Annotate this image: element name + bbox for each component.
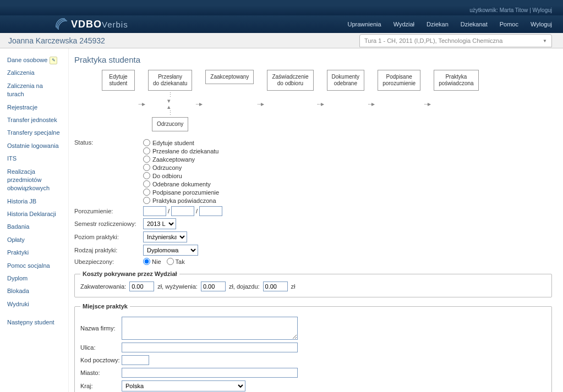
firma-label: Nazwa firmy: bbox=[80, 325, 122, 332]
wyzywienia-input[interactable] bbox=[201, 281, 226, 291]
status-radio-0[interactable] bbox=[143, 139, 150, 146]
dojazdu-input[interactable] bbox=[263, 281, 288, 291]
sidebar-zaliczenia[interactable]: Zaliczenia bbox=[3, 67, 65, 79]
main-nav: Uprawnienia Wydział Dziekan Dziekanat Po… bbox=[347, 21, 552, 27]
user-bar: użytkownik: Marta Titow | Wyloguj bbox=[0, 5, 563, 15]
miejsce-legend: Miejsce praktyk bbox=[80, 303, 130, 310]
sidebar-historia-jb[interactable]: Historia JB bbox=[3, 195, 65, 208]
flow-box-odrzucony: Odrzucony bbox=[152, 117, 188, 131]
nav-dziekan[interactable]: Dziekan bbox=[427, 21, 449, 27]
sidebar-praktyki[interactable]: Praktyki bbox=[3, 246, 65, 259]
nav-uprawnienia[interactable]: Uprawnienia bbox=[347, 21, 381, 27]
tour-selector[interactable]: Tura 1 - CH, 2011 (I,D,PL), Technologia … bbox=[359, 34, 552, 47]
miejsce-fieldset: Miejsce praktyk Nazwa firmy: Ulica: Kod … bbox=[74, 303, 552, 392]
flow-box-edytuje: Edytuje student bbox=[102, 70, 135, 91]
status-radio-7[interactable] bbox=[143, 197, 150, 204]
kraj-label: Kraj: bbox=[80, 383, 122, 389]
miasto-label: Miasto: bbox=[80, 369, 122, 376]
wyzywienia-label: zł, wyżywienia: bbox=[157, 283, 198, 290]
nav-pomoc[interactable]: Pomoc bbox=[500, 21, 518, 27]
status-label: Status: bbox=[74, 139, 143, 146]
zakwaterowania-label: Zakwaterowania: bbox=[80, 283, 126, 290]
zl-suffix: zł bbox=[291, 283, 296, 290]
status-radio-2[interactable] bbox=[143, 156, 150, 163]
flow-box-przeslany: Przesłany do dziekanatu bbox=[148, 70, 192, 91]
porozumienie-field-1[interactable] bbox=[143, 206, 166, 216]
status-radio-4[interactable] bbox=[143, 172, 150, 179]
dojazdu-label: zł, dojazdu: bbox=[229, 283, 260, 290]
logo-icon bbox=[55, 18, 68, 31]
flow-box-zaakceptowany: Zaakceptowany bbox=[205, 70, 254, 84]
sidebar-zaliczenia-turach[interactable]: Zaliczenia na turach bbox=[3, 80, 65, 101]
status-radio-group: Edytuje student Przesłane do dziekanatu … bbox=[143, 139, 219, 204]
sidebar-ostatnie-logowania[interactable]: Ostatnie logowania bbox=[3, 140, 65, 152]
porozumienie-label: Porozumienie: bbox=[74, 208, 143, 214]
status-radio-3[interactable] bbox=[143, 164, 150, 171]
miasto-input[interactable] bbox=[122, 368, 298, 378]
flow-box-zaswiadczenie: Zaświadczenie do odbioru bbox=[267, 70, 313, 91]
sidebar-oplaty[interactable]: Opłaty bbox=[3, 234, 65, 246]
nav-wyloguj[interactable]: Wyloguj bbox=[531, 21, 552, 27]
sidebar-blokada[interactable]: Blokada bbox=[3, 285, 65, 297]
ulica-input[interactable] bbox=[122, 343, 298, 352]
sidebar-nastepny-student[interactable]: Następny student bbox=[3, 316, 65, 329]
firma-textarea[interactable] bbox=[122, 317, 298, 340]
kod-label: Kod pocztowy: bbox=[80, 357, 122, 363]
edit-icon: ✎ bbox=[50, 57, 57, 64]
semestr-select[interactable]: 2013 L bbox=[143, 218, 176, 229]
ubezp-tak-radio[interactable] bbox=[167, 258, 174, 265]
sidebar-wydruki[interactable]: Wydruki bbox=[3, 298, 65, 311]
chevron-down-icon: ▼ bbox=[543, 38, 547, 43]
flow-box-praktyka: Praktyka poświadczona bbox=[434, 70, 478, 91]
sidebar: Dane osobowe✎ Zaliczenia Zaliczenia na t… bbox=[0, 48, 69, 392]
sidebar-its[interactable]: ITS bbox=[3, 152, 65, 165]
semestr-label: Semestr rozliczeniowy: bbox=[74, 220, 143, 227]
student-name: Joanna Karczewska 245932 bbox=[8, 36, 105, 45]
ubezp-nie-radio[interactable] bbox=[143, 258, 150, 265]
logout-top[interactable]: Wyloguj bbox=[533, 7, 552, 13]
porozumienie-field-2[interactable] bbox=[171, 206, 194, 216]
sidebar-dyplom[interactable]: Dyplom bbox=[3, 272, 65, 285]
koszty-fieldset: Koszty pokrywane przez Wydział Zakwatero… bbox=[74, 270, 552, 297]
rodzaj-select[interactable]: Dyplomowa bbox=[143, 245, 198, 256]
logo: VDBOVerbis bbox=[55, 18, 128, 31]
zakwaterowania-input[interactable] bbox=[129, 281, 154, 291]
poziom-select[interactable]: Inżynierska bbox=[143, 231, 187, 242]
status-radio-6[interactable] bbox=[143, 189, 150, 196]
user-link[interactable]: Marta Titow bbox=[500, 7, 528, 13]
sidebar-transfer-jednostek[interactable]: Transfer jednostek bbox=[3, 114, 65, 126]
flow-box-podpisane: Podpisane porozumienie bbox=[378, 70, 420, 91]
sidebar-transfery-specjalne[interactable]: Transfery specjalne bbox=[3, 126, 65, 139]
page-title: Praktyka studenta bbox=[74, 55, 552, 64]
poziom-label: Poziom praktyki: bbox=[74, 234, 143, 240]
ubezp-label: Ubezpieczony: bbox=[74, 258, 143, 265]
rodzaj-label: Rodzaj praktyki: bbox=[74, 247, 143, 253]
ulica-label: Ulica: bbox=[80, 344, 122, 351]
status-radio-5[interactable] bbox=[143, 180, 150, 187]
sidebar-dane-osobowe[interactable]: Dane osobowe✎ bbox=[3, 54, 65, 67]
nav-wydzial[interactable]: Wydział bbox=[393, 21, 414, 27]
kraj-select[interactable]: Polska bbox=[122, 380, 245, 391]
status-radio-1[interactable] bbox=[143, 147, 150, 154]
kod-input[interactable] bbox=[122, 355, 149, 365]
nav-dziekanat[interactable]: Dziekanat bbox=[461, 21, 488, 27]
sidebar-rejestracje[interactable]: Rejestracje bbox=[3, 101, 65, 114]
sidebar-realizacja[interactable]: Realizacja przedmiotów obowiązkowych bbox=[3, 165, 65, 195]
sidebar-historia-deklaracji[interactable]: Historia Deklaracji bbox=[3, 208, 65, 220]
sidebar-badania[interactable]: Badania bbox=[3, 220, 65, 233]
porozumienie-field-3[interactable] bbox=[199, 206, 222, 216]
koszty-legend: Koszty pokrywane przez Wydział bbox=[80, 270, 179, 277]
status-flow: Edytuje student ···▸ Przesłany do dzieka… bbox=[102, 70, 552, 131]
flow-box-dokumenty: Dokumenty odebrane bbox=[327, 70, 365, 91]
sidebar-pomoc-socjalna[interactable]: Pomoc socjalna bbox=[3, 260, 65, 272]
